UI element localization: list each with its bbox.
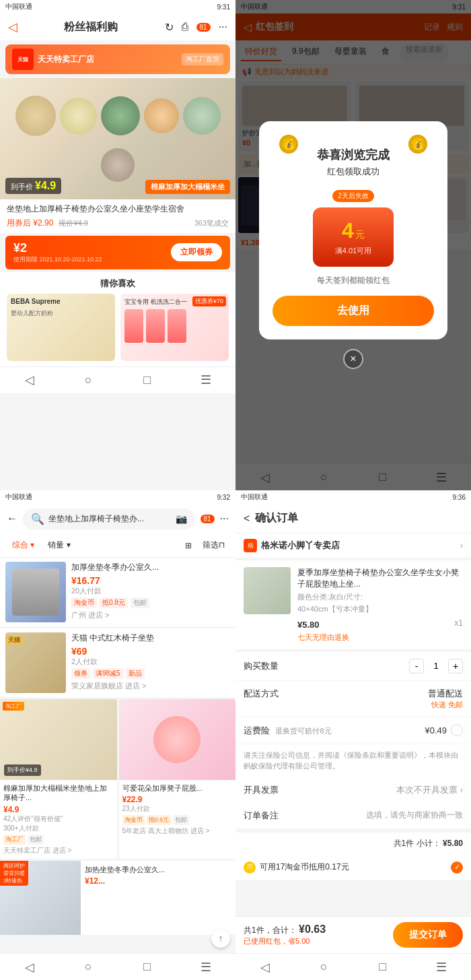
product-item-3[interactable]: 到手价¥4.9 淘工厂 棉麻加厚加大榻榻米坐垫地上加厚椅子... ¥4.9 42…	[0, 699, 117, 859]
carrier-p1: 中国联通	[5, 2, 32, 11]
rec-item-1[interactable]: BEBA Supreme 婴幼儿配方奶粉	[7, 294, 115, 361]
status-bar-p3: 中国联通 9:32	[0, 490, 236, 504]
shipping-ins-toggle[interactable]	[451, 724, 463, 736]
nav-back-p4[interactable]: ◁	[236, 960, 295, 975]
more-icon-p3[interactable]: ···	[220, 513, 229, 525]
coupon-price-p1: 用券后 ¥2.90	[7, 218, 53, 229]
product-item-5[interactable]: 两区呵护背背共暖3秒速热 加热坐垫冬季办公室久... ¥12...	[0, 861, 236, 935]
item-1-img	[5, 562, 66, 622]
product-label-badge: 棉麻加厚加大榻榻米坐	[145, 180, 230, 194]
nav-back-p1[interactable]: ◁	[0, 372, 59, 387]
filter-composite[interactable]: 综合 ▾	[5, 533, 41, 557]
camera-icon-p3[interactable]: 📷	[176, 513, 187, 524]
product-item-1[interactable]: 加厚坐垫冬季办公室久... ¥16.77 20人付款 淘金币 抵0.8元 包邮 …	[0, 558, 236, 626]
item-3-img: 到手价¥4.9 淘工厂	[0, 699, 117, 780]
amount-display: 4 元	[324, 218, 383, 243]
shipping-ins-desc: 退换货可赔付8元	[275, 727, 331, 735]
item-4-img-inner	[119, 699, 236, 780]
back-icon-p1[interactable]: ◁	[8, 20, 17, 34]
coin-icon: 币	[244, 861, 256, 874]
item-1-sales: 20人付款	[71, 586, 230, 596]
item-1-img-inner	[12, 568, 59, 616]
delivery-label: 配送方式	[244, 688, 279, 700]
price-row-p1: 用券后 ¥2.90 现价¥4.9 363笔成交	[7, 218, 229, 229]
rec-prod-2	[146, 309, 165, 343]
item-1-price: ¥16.77	[71, 575, 230, 586]
footer-left: 共1件，合计： ¥0.63 已使用红包，省5.00	[244, 923, 326, 946]
cart-badge-p1[interactable]: 81	[196, 23, 211, 32]
filter-grid[interactable]: ⊞	[180, 541, 197, 550]
nav-menu-p1[interactable]: ☰	[177, 372, 236, 387]
time-p1: 9:31	[217, 3, 230, 11]
shop-banner[interactable]: 天猫 天天特卖工厂店 淘工厂直营	[5, 44, 230, 74]
share-icon-p1[interactable]: ⎙	[182, 21, 188, 33]
product-item-2[interactable]: 天猫 天猫 中式红木椅子坐垫 ¥69 2人付款 领券 满98减5 新品 荣义家居…	[0, 628, 236, 697]
grid-icon: ⊞	[185, 541, 192, 550]
submit-order-button[interactable]: 提交订单	[393, 922, 463, 948]
coupon-amount: ¥2	[13, 241, 102, 255]
packet-unit: 元	[355, 229, 365, 241]
coin-check-icon[interactable]: ✓	[451, 861, 463, 874]
close-button[interactable]: ×	[343, 349, 363, 369]
refresh-icon-p1[interactable]: ↻	[165, 21, 174, 34]
order-note-placeholder[interactable]: 选填，请先与商家协商一致	[366, 810, 463, 821]
rec-item-2-products	[120, 306, 229, 346]
order-note-label: 订单备注	[244, 810, 279, 822]
back-icon-p4[interactable]: <	[244, 513, 250, 525]
delivery-tag: 快递 免邮	[428, 700, 463, 710]
qty-minus-button[interactable]: -	[409, 659, 424, 674]
coupon-bar[interactable]: ¥2 使用期限 2021.10.20-2021.10.22 立即领券	[5, 236, 230, 269]
qty-plus-button[interactable]: +	[448, 659, 463, 674]
item-3-sales: 300+人付款	[3, 824, 114, 833]
p3-header: ← 🔍 坐垫地上加厚椅子椅垫办... 📷 81 ···	[0, 504, 236, 533]
nav-back-p3[interactable]: ◁	[0, 960, 59, 975]
nav-menu-p4[interactable]: ☰	[412, 960, 472, 975]
delivery-row[interactable]: 配送方式 普通配送 快递 免邮	[236, 681, 471, 717]
product-image-p1[interactable]: 到手价 ¥4.9 棉麻加厚加大榻榻米坐	[0, 78, 236, 199]
item-3-evaluate: 42人评价"很有价值"	[3, 814, 114, 824]
scroll-top-button[interactable]: ↑	[211, 929, 230, 948]
use-button[interactable]: 去使用	[273, 296, 434, 326]
item-4-info: 可爱花朵加厚凳子屁股... ¥22.9 23人付款 淘金币 抵0.6元 包邮 5…	[119, 780, 236, 839]
item-5-title: 加热坐垫冬季办公室久...	[85, 865, 231, 874]
modal-overlay[interactable]: 💰 💰 恭喜浏览完成 红包领取成功 2天后失效 4 元 满4.01可用	[236, 0, 471, 490]
nav-recents-p3[interactable]: □	[118, 960, 177, 974]
invoice-row[interactable]: 开具发票 本次不开具发票 ›	[236, 777, 471, 803]
nav-menu-p3[interactable]: ☰	[177, 960, 236, 975]
search-box-p3[interactable]: 🔍 坐垫地上加厚椅子椅垫办... 📷	[23, 509, 195, 529]
p1-header: ◁ 粉丝福利购 ↻ ⎙ 81 ···	[0, 13, 236, 40]
item-2-price: ¥69	[71, 646, 230, 657]
product-item-4[interactable]: 可爱花朵加厚凳子屁股... ¥22.9 23人付款 淘金币 抵0.6元 包邮 5…	[119, 699, 236, 859]
packet-condition: 满4.01可用	[324, 246, 383, 256]
search-icon-p3: 🔍	[31, 513, 44, 525]
recommend-section: 猜你喜欢 BEBA Supreme 婴幼儿配方奶粉 优惠券¥70 宝宝专用 机洗…	[0, 272, 236, 366]
back-icon-p3[interactable]: ←	[7, 513, 17, 525]
footer-main-row: 共1件，合计： ¥0.63 已使用红包，省5.00 提交订单	[244, 922, 463, 948]
nav-home-p3[interactable]: ○	[59, 960, 118, 974]
shipping-ins-left: 运费险 退换货可赔付8元	[244, 724, 332, 737]
order-footer: 共1件，合计： ¥0.63 已使用红包，省5.00 提交订单	[236, 916, 471, 953]
nav-recents-p4[interactable]: □	[353, 960, 412, 974]
item-4-title: 可爱花朵加厚凳子屁股...	[122, 783, 233, 793]
taobao-coin-row[interactable]: 币 可用17淘金币抵用0.17元 ✓	[236, 855, 471, 881]
coupon-button[interactable]: 立即领券	[171, 243, 222, 261]
filter-sales[interactable]: 销量 ▾	[41, 533, 77, 557]
nav-home-p1[interactable]: ○	[59, 373, 118, 387]
item-2-title: 天猫 中式红木椅子坐垫	[71, 632, 230, 644]
rec-item-2[interactable]: 优惠券¥70 宝宝专用 机洗洗二合一	[120, 294, 229, 361]
cart-badge-p3[interactable]: 81	[201, 515, 215, 523]
product-two-col: 到手价¥4.9 淘工厂 棉麻加厚加大榻榻米坐垫地上加厚椅子... ¥4.9 42…	[0, 699, 236, 859]
status-bar-p1: 中国联通 9:31	[0, 0, 236, 13]
quantity-row: 购买数量 - 1 +	[236, 652, 471, 681]
carrier-p3: 中国联通	[5, 492, 32, 502]
coupon-left: ¥2 使用期限 2021.10.20-2021.10.22	[13, 241, 102, 264]
redpacket-modal: 💰 💰 恭喜浏览完成 红包领取成功 2天后失效 4 元 满4.01可用	[259, 121, 447, 339]
more-icon-p1[interactable]: ···	[219, 21, 227, 33]
nav-home-p4[interactable]: ○	[295, 960, 354, 974]
filter-options[interactable]: 筛选⊓	[197, 540, 230, 551]
shop-row-p4[interactable]: 格 格米诺小脚丫专卖店 ›	[236, 533, 471, 558]
delivery-value: 普通配送 快递 免邮	[428, 688, 463, 710]
shop-logo: 天猫	[12, 48, 34, 70]
nav-recents-p1[interactable]: □	[118, 373, 177, 387]
item-3-info: 棉麻加厚加大榻榻米坐垫地上加厚椅子... ¥4.9 42人评价"很有价值" 30…	[0, 780, 117, 859]
